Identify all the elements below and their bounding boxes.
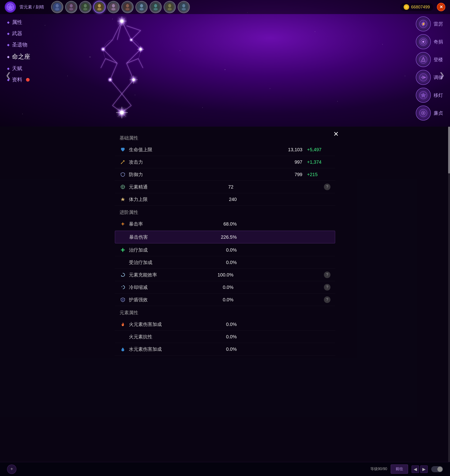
- char-avatar-6[interactable]: [121, 1, 134, 13]
- char-avatar-5[interactable]: [107, 1, 119, 13]
- crit-rate-label: 暴击率: [129, 221, 218, 227]
- stats-close-button[interactable]: ✕: [333, 130, 339, 138]
- element-section-title: 元素属性: [115, 306, 335, 318]
- pyro-dmg-label: 火元素伤害加成: [129, 321, 218, 327]
- skill-yideng-label: 移灯: [434, 92, 443, 98]
- svg-point-42: [102, 48, 104, 50]
- skill-tiaolv[interactable]: 调律: [416, 70, 443, 85]
- bottom-nav-arrows: ◀ ▶: [412, 465, 428, 473]
- skill-denglou-label: 登楼: [434, 57, 443, 63]
- shield-icon: [119, 296, 126, 303]
- main-close-button[interactable]: ✕: [437, 3, 445, 11]
- char-avatar-8[interactable]: [149, 1, 162, 13]
- char-avatar-3[interactable]: [79, 1, 91, 13]
- defense-value: 799: [284, 172, 302, 177]
- mastery-icon: [119, 184, 126, 190]
- svg-point-5: [70, 4, 73, 7]
- prev-button[interactable]: ◀: [412, 465, 419, 473]
- hp-icon: [119, 146, 126, 153]
- hp-bonus: +5,497: [307, 147, 331, 152]
- svg-point-20: [140, 4, 143, 7]
- page-title: 雷元素 / 刻晴: [19, 4, 44, 10]
- svg-point-12: [97, 8, 101, 11]
- svg-point-21: [139, 8, 144, 11]
- hydro-dmg-value: 0.0%: [218, 347, 237, 352]
- pyro-res-value: 0.0%: [218, 334, 237, 339]
- char-avatar-9[interactable]: [164, 1, 176, 13]
- skill-denglou[interactable]: 登楼: [416, 52, 443, 67]
- svg-point-14: [112, 4, 115, 7]
- cooldown-help-button[interactable]: ?: [324, 284, 331, 291]
- skill-yideng[interactable]: 移灯: [416, 88, 443, 103]
- char-avatar-1[interactable]: [51, 1, 63, 13]
- bottom-nav-bar: + 等级90/90 前往 ◀ ▶: [0, 462, 450, 476]
- svg-point-11: [98, 4, 101, 7]
- crit-dmg-label: 暴击伤害: [129, 234, 218, 240]
- svg-point-18: [125, 8, 130, 11]
- svg-point-2: [56, 4, 59, 7]
- skill-tiaolv-icon: [416, 70, 431, 85]
- skill-yideng-icon: [416, 88, 431, 103]
- action-button[interactable]: 前往: [391, 464, 408, 474]
- defense-label: 防御力: [129, 171, 284, 178]
- energy-help-button[interactable]: ?: [324, 272, 331, 278]
- skill-denglou-icon: [416, 52, 431, 67]
- char-avatar-10[interactable]: [178, 1, 190, 13]
- menu-item-artifact[interactable]: 圣遗物: [7, 41, 30, 48]
- attack-value: 997: [284, 160, 302, 165]
- char-avatar-2[interactable]: [65, 1, 77, 13]
- skill-qijuan-label: 奇捐: [434, 39, 443, 45]
- nav-arrow-left[interactable]: ❮: [4, 68, 13, 82]
- char-avatar-4[interactable]: [93, 1, 106, 13]
- stat-row-cooldown: 冷却缩减 0.0% ?: [115, 281, 335, 294]
- next-button[interactable]: ▶: [420, 465, 428, 473]
- energy-label: 元素充能效率: [129, 272, 215, 278]
- healing-value: 0.0%: [218, 247, 237, 253]
- stats-panel: ✕ 基础属性 生命值上限 13,103 +5,497 攻击力: [108, 127, 342, 360]
- skill-lianzhen[interactable]: 廉贞: [416, 106, 443, 120]
- svg-point-26: [168, 4, 171, 7]
- scrollbar[interactable]: [448, 127, 450, 476]
- pyro-res-label: 火元素抗性: [129, 334, 218, 340]
- menu-item-attributes[interactable]: 属性: [7, 19, 30, 26]
- toggle-knob: [437, 467, 443, 472]
- defense-bonus: +215: [307, 172, 331, 177]
- crit-dmg-value: 226.5%: [218, 234, 237, 240]
- level-badge: 等级90/90: [370, 467, 387, 471]
- skill-leili[interactable]: ⚡ 雷厉: [416, 16, 443, 31]
- shield-help-button[interactable]: ?: [324, 296, 331, 303]
- svg-point-6: [69, 8, 73, 11]
- skill-lianzhen-label: 廉贞: [434, 110, 443, 116]
- stats-panel-container: ✕ 基础属性 生命值上限 13,103 +5,497 攻击力: [0, 127, 450, 476]
- advanced-section-title: 进阶属性: [115, 206, 335, 218]
- toggle-switch[interactable]: [431, 466, 443, 472]
- stat-row-inc-healing: 受治疗加成 0.0%: [115, 256, 335, 269]
- healing-icon: [119, 247, 126, 253]
- energy-icon: [119, 272, 126, 278]
- cooldown-label: 冷却缩减: [129, 284, 215, 291]
- menu-item-weapon[interactable]: 武器: [7, 30, 30, 37]
- svg-point-29: [182, 4, 185, 7]
- mastery-help-button[interactable]: ?: [324, 184, 331, 190]
- basic-section-title: 基础属性: [115, 131, 335, 143]
- skill-qijuan[interactable]: 奇捐: [416, 34, 443, 49]
- menu-item-constellation[interactable]: 命之座: [7, 53, 30, 61]
- skill-qijuan-icon: [416, 34, 431, 49]
- inc-healing-icon: [119, 259, 126, 266]
- svg-point-56: [130, 39, 132, 41]
- svg-point-48: [109, 79, 111, 80]
- svg-point-3: [55, 8, 59, 11]
- hp-value: 13,103: [284, 147, 302, 152]
- crit-dmg-icon: [120, 234, 126, 240]
- pyro-dmg-value: 0.0%: [218, 322, 237, 327]
- inc-healing-value: 0.0%: [218, 260, 237, 265]
- scroll-thumb[interactable]: [448, 127, 450, 173]
- char-avatar-7[interactable]: [136, 1, 148, 13]
- gold-icon: [404, 4, 409, 10]
- pyro-icon: [119, 321, 126, 327]
- crit-rate-value: 68.0%: [218, 221, 237, 227]
- stat-row-pyro-dmg: 火元素伤害加成 0.0%: [115, 318, 335, 331]
- stat-row-hydro-dmg: 水元素伤害加成 0.0%: [115, 343, 335, 356]
- svg-point-62: [422, 41, 424, 43]
- add-button[interactable]: +: [7, 464, 16, 474]
